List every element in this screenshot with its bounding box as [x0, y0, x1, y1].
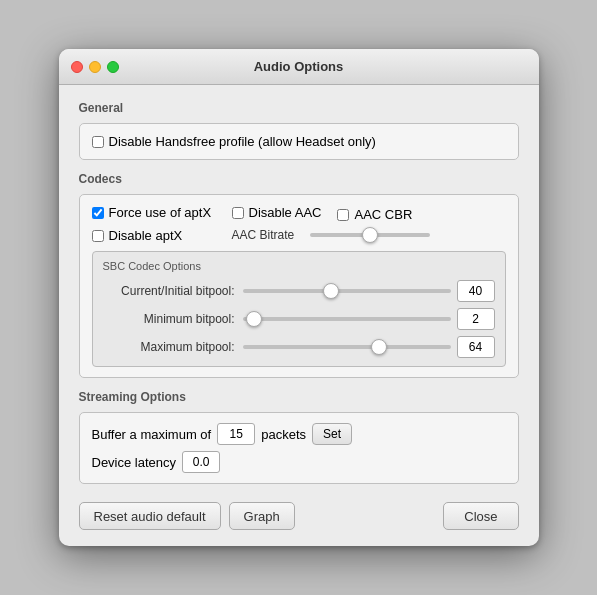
- sbc-box: SBC Codec Options Current/Initial bitpoo…: [92, 251, 506, 367]
- footer-row: Reset audio default Graph Close: [79, 498, 519, 530]
- aac-row: Disable AAC AAC CBR: [232, 205, 506, 224]
- disable-handsfree-row: Disable Handsfree profile (allow Headset…: [92, 134, 506, 149]
- maximize-traffic-light[interactable]: [107, 61, 119, 73]
- disable-aac-checkbox[interactable]: [232, 207, 244, 219]
- codecs-section-label: Codecs: [79, 172, 519, 186]
- streaming-section-box: Buffer a maximum of packets Set Device l…: [79, 412, 519, 484]
- current-bitpool-row: Current/Initial bitpool: 40: [103, 280, 495, 302]
- buffer-value-input[interactable]: [217, 423, 255, 445]
- codecs-section-box: Force use of aptX Disable aptX Disable A…: [79, 194, 519, 378]
- current-bitpool-value: 40: [457, 280, 495, 302]
- minimum-bitpool-row: Minimum bitpool: 2: [103, 308, 495, 330]
- general-section-box: Disable Handsfree profile (allow Headset…: [79, 123, 519, 160]
- disable-aptx-row: Disable aptX: [92, 228, 232, 243]
- disable-aptx-checkbox[interactable]: [92, 230, 104, 242]
- codecs-left-col: Force use of aptX Disable aptX: [92, 205, 232, 243]
- current-bitpool-label: Current/Initial bitpool:: [103, 284, 243, 298]
- force-aptx-row: Force use of aptX: [92, 205, 232, 220]
- close-traffic-light[interactable]: [71, 61, 83, 73]
- disable-aac-label: Disable AAC: [249, 205, 322, 220]
- traffic-lights: [71, 61, 119, 73]
- disable-aac-row: Disable AAC: [232, 205, 322, 220]
- force-aptx-label: Force use of aptX: [109, 205, 212, 220]
- disable-aptx-label: Disable aptX: [109, 228, 183, 243]
- reset-audio-button[interactable]: Reset audio default: [79, 502, 221, 530]
- aac-cbr-row: AAC CBR: [337, 207, 412, 222]
- aac-bitrate-slider[interactable]: [310, 233, 430, 237]
- codecs-right-col: Disable AAC AAC CBR AAC Bitrate: [232, 205, 506, 242]
- set-button[interactable]: Set: [312, 423, 352, 445]
- aac-bitrate-label: AAC Bitrate: [232, 228, 302, 242]
- streaming-section-label: Streaming Options: [79, 390, 519, 404]
- maximum-bitpool-value: 64: [457, 336, 495, 358]
- latency-value-input[interactable]: [182, 451, 220, 473]
- minimum-bitpool-value: 2: [457, 308, 495, 330]
- maximum-bitpool-label: Maximum bitpool:: [103, 340, 243, 354]
- general-section-label: General: [79, 101, 519, 115]
- buffer-suffix: packets: [261, 427, 306, 442]
- titlebar: Audio Options: [59, 49, 539, 85]
- buffer-row: Buffer a maximum of packets Set: [92, 423, 506, 445]
- maximum-bitpool-row: Maximum bitpool: 64: [103, 336, 495, 358]
- codecs-row: Force use of aptX Disable aptX Disable A…: [92, 205, 506, 243]
- minimize-traffic-light[interactable]: [89, 61, 101, 73]
- latency-label: Device latency: [92, 455, 177, 470]
- aac-bitrate-row: AAC Bitrate: [232, 228, 506, 242]
- aac-cbr-label: AAC CBR: [354, 207, 412, 222]
- current-bitpool-slider[interactable]: [243, 289, 451, 293]
- buffer-prefix: Buffer a maximum of: [92, 427, 212, 442]
- maximum-bitpool-slider[interactable]: [243, 345, 451, 349]
- minimum-bitpool-slider[interactable]: [243, 317, 451, 321]
- aac-cbr-checkbox[interactable]: [337, 209, 349, 221]
- close-button[interactable]: Close: [443, 502, 518, 530]
- window-title: Audio Options: [254, 59, 344, 74]
- window: Audio Options General Disable Handsfree …: [59, 49, 539, 546]
- force-aptx-checkbox[interactable]: [92, 207, 104, 219]
- content-area: General Disable Handsfree profile (allow…: [59, 85, 539, 546]
- disable-handsfree-label: Disable Handsfree profile (allow Headset…: [109, 134, 376, 149]
- minimum-bitpool-label: Minimum bitpool:: [103, 312, 243, 326]
- sbc-title: SBC Codec Options: [103, 260, 495, 272]
- latency-row: Device latency: [92, 451, 506, 473]
- graph-button[interactable]: Graph: [229, 502, 295, 530]
- disable-handsfree-checkbox[interactable]: [92, 136, 104, 148]
